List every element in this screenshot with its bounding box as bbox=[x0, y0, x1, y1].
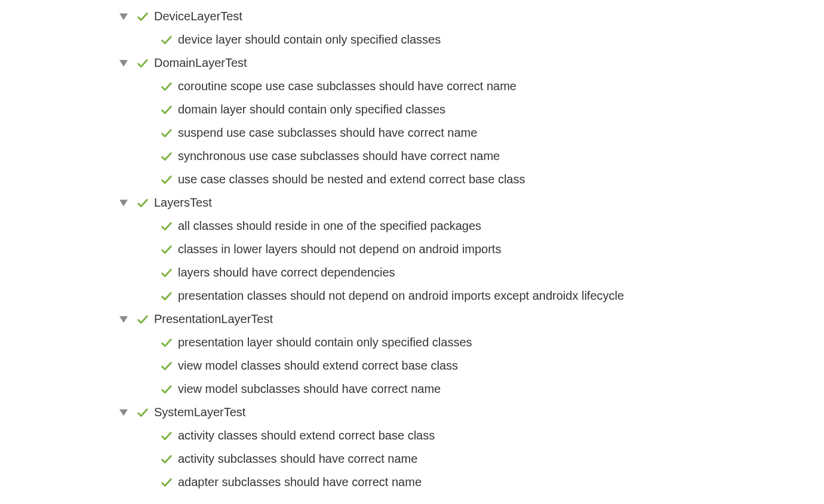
test-case-label: all classes should reside in one of the … bbox=[178, 214, 481, 238]
test-case-label: layers should have correct dependencies bbox=[178, 261, 395, 284]
check-icon bbox=[160, 453, 173, 466]
test-group-label: DeviceLayerTest bbox=[154, 5, 242, 28]
caret-down-icon[interactable] bbox=[118, 409, 129, 416]
test-case-row[interactable]: activity classes should extend correct b… bbox=[118, 424, 824, 447]
test-case-row[interactable]: presentation layer should contain only s… bbox=[118, 331, 824, 354]
test-group-label: LayersTest bbox=[154, 191, 212, 214]
test-case-label: adapter subclasses should have correct n… bbox=[178, 471, 422, 494]
test-case-row[interactable]: view model subclasses should have correc… bbox=[118, 377, 824, 401]
svg-marker-0 bbox=[119, 13, 128, 20]
check-icon bbox=[160, 266, 173, 279]
test-case-row[interactable]: domain layer should contain only specifi… bbox=[118, 98, 824, 121]
caret-down-icon[interactable] bbox=[118, 199, 129, 207]
check-icon bbox=[160, 429, 173, 442]
test-case-label: classes in lower layers should not depen… bbox=[178, 238, 501, 261]
test-results-tree: DeviceLayerTestdevice layer should conta… bbox=[118, 5, 824, 494]
test-case-label: presentation classes should not depend o… bbox=[178, 284, 624, 308]
test-case-label: presentation layer should contain only s… bbox=[178, 331, 472, 354]
test-case-label: suspend use case subclasses should have … bbox=[178, 121, 477, 145]
test-case-row[interactable]: activity subclasses should have correct … bbox=[118, 447, 824, 471]
test-case-row[interactable]: device layer should contain only specifi… bbox=[118, 28, 824, 51]
test-case-label: view model subclasses should have correc… bbox=[178, 377, 441, 401]
caret-down-icon[interactable] bbox=[118, 316, 129, 323]
test-group-label: PresentationLayerTest bbox=[154, 308, 273, 331]
check-icon bbox=[160, 80, 173, 93]
test-group-row[interactable]: DeviceLayerTest bbox=[118, 5, 824, 28]
test-case-row[interactable]: presentation classes should not depend o… bbox=[118, 284, 824, 308]
check-icon bbox=[160, 220, 173, 233]
check-icon bbox=[160, 103, 173, 116]
test-case-label: view model classes should extend correct… bbox=[178, 354, 458, 377]
check-icon bbox=[160, 127, 173, 140]
test-case-label: domain layer should contain only specifi… bbox=[178, 98, 445, 121]
test-case-label: activity subclasses should have correct … bbox=[178, 447, 417, 471]
test-case-row[interactable]: use case classes should be nested and ex… bbox=[118, 168, 824, 191]
test-case-row[interactable]: coroutine scope use case subclasses shou… bbox=[118, 75, 824, 98]
test-case-row[interactable]: classes in lower layers should not depen… bbox=[118, 238, 824, 261]
test-case-row[interactable]: view model classes should extend correct… bbox=[118, 354, 824, 377]
test-case-row[interactable]: layers should have correct dependencies bbox=[118, 261, 824, 284]
svg-marker-1 bbox=[119, 60, 128, 66]
check-icon bbox=[136, 406, 149, 419]
check-icon bbox=[136, 313, 149, 326]
test-case-row[interactable]: synchronous use case subclasses should h… bbox=[118, 145, 824, 168]
test-case-label: use case classes should be nested and ex… bbox=[178, 168, 525, 191]
check-icon bbox=[160, 290, 173, 303]
caret-down-icon[interactable] bbox=[118, 13, 129, 20]
svg-marker-2 bbox=[119, 199, 128, 206]
check-icon bbox=[160, 150, 173, 163]
check-icon bbox=[136, 10, 149, 23]
test-group-label: DomainLayerTest bbox=[154, 51, 247, 75]
svg-marker-3 bbox=[119, 316, 128, 322]
check-icon bbox=[160, 243, 173, 256]
test-case-label: coroutine scope use case subclasses shou… bbox=[178, 75, 516, 98]
test-group-row[interactable]: LayersTest bbox=[118, 191, 824, 214]
check-icon bbox=[160, 383, 173, 396]
test-group-label: SystemLayerTest bbox=[154, 401, 245, 424]
test-case-label: synchronous use case subclasses should h… bbox=[178, 145, 500, 168]
test-case-row[interactable]: suspend use case subclasses should have … bbox=[118, 121, 824, 145]
check-icon bbox=[160, 476, 173, 489]
caret-down-icon[interactable] bbox=[118, 60, 129, 67]
test-case-row[interactable]: adapter subclasses should have correct n… bbox=[118, 471, 824, 494]
check-icon bbox=[136, 57, 149, 70]
test-case-row[interactable]: all classes should reside in one of the … bbox=[118, 214, 824, 238]
check-icon bbox=[160, 33, 173, 47]
check-icon bbox=[160, 359, 173, 373]
test-group-row[interactable]: SystemLayerTest bbox=[118, 401, 824, 424]
test-group-row[interactable]: DomainLayerTest bbox=[118, 51, 824, 75]
check-icon bbox=[160, 336, 173, 349]
test-case-label: device layer should contain only specifi… bbox=[178, 28, 441, 51]
check-icon bbox=[136, 196, 149, 210]
test-group-row[interactable]: PresentationLayerTest bbox=[118, 308, 824, 331]
svg-marker-4 bbox=[119, 409, 128, 416]
test-case-label: activity classes should extend correct b… bbox=[178, 424, 435, 447]
check-icon bbox=[160, 173, 173, 186]
